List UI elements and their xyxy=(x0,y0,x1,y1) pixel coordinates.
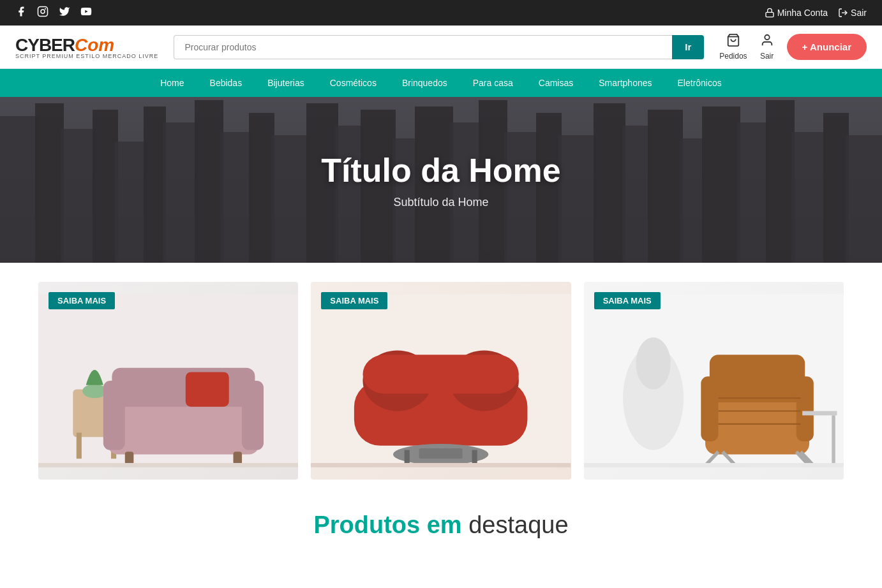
svg-point-45 xyxy=(82,384,107,398)
svg-rect-53 xyxy=(38,463,298,467)
svg-rect-52 xyxy=(233,452,242,464)
top-bar: Minha Conta Sair xyxy=(0,0,882,26)
nav-smartphones[interactable]: Smartphones xyxy=(586,69,664,97)
svg-rect-63 xyxy=(311,463,571,467)
minha-conta-link[interactable]: Minha Conta xyxy=(765,8,828,18)
featured-title: Produtos em destaque xyxy=(38,511,844,539)
featured-section: Produtos em destaque xyxy=(0,499,882,564)
nav-bebidas[interactable]: Bebidas xyxy=(197,69,255,97)
header: CYBERCom SCRIPT PREMIUM ESTILO MERCADO L… xyxy=(0,26,882,69)
sair-link[interactable]: Sair xyxy=(838,8,867,18)
search-area: Ir xyxy=(174,35,704,59)
pedidos-action[interactable]: Pedidos xyxy=(719,33,747,61)
sair-label: Sair xyxy=(851,8,867,18)
featured-title-prefix: Produtos em xyxy=(313,511,468,538)
svg-rect-78 xyxy=(802,411,837,416)
svg-rect-0 xyxy=(38,7,48,17)
svg-rect-49 xyxy=(242,381,264,450)
svg-point-1 xyxy=(41,10,45,13)
hero-section: Título da Home Subtítulo da Home xyxy=(0,97,882,263)
svg-rect-69 xyxy=(701,376,718,441)
svg-rect-58 xyxy=(363,355,519,393)
top-bar-right: Minha Conta Sair xyxy=(765,8,867,18)
banner-badge-3[interactable]: SAIBA MAIS xyxy=(594,292,661,309)
svg-rect-60 xyxy=(419,448,463,459)
sair-action[interactable]: Sair xyxy=(760,33,774,61)
sair-action-label: Sair xyxy=(760,52,774,61)
user-icon xyxy=(760,33,774,50)
logo[interactable]: CYBERCom SCRIPT PREMIUM ESTILO MERCADO L… xyxy=(15,35,158,59)
featured-title-suffix: destaque xyxy=(468,511,568,538)
svg-rect-50 xyxy=(186,372,229,406)
banner-card-2[interactable]: SAIBA MAIS xyxy=(311,282,571,480)
search-button[interactable]: Ir xyxy=(672,35,704,59)
nav-bijuterias[interactable]: Bijuterias xyxy=(255,69,317,97)
svg-rect-51 xyxy=(125,452,134,464)
logo-cyber: CYBER xyxy=(15,35,75,55)
svg-rect-68 xyxy=(710,355,805,402)
banner-card-1[interactable]: SAIBA MAIS xyxy=(38,282,298,480)
logo-com: Com xyxy=(75,35,114,55)
twitter-icon[interactable] xyxy=(59,6,70,20)
social-icons xyxy=(15,6,92,20)
instagram-icon[interactable] xyxy=(37,6,49,20)
search-input[interactable] xyxy=(174,35,672,59)
nav-brinquedos[interactable]: Brinquedos xyxy=(389,69,460,97)
nav-cosmeticos[interactable]: Cosméticos xyxy=(317,69,389,97)
svg-rect-80 xyxy=(584,463,844,467)
svg-point-2 xyxy=(45,9,46,10)
cart-icon xyxy=(726,33,740,50)
hero-subtitle: Subtítulo da Home xyxy=(321,196,561,209)
youtube-icon[interactable] xyxy=(80,6,92,20)
svg-rect-70 xyxy=(796,376,813,441)
svg-rect-79 xyxy=(832,415,835,463)
nav-eletronicos[interactable]: Eletrônicos xyxy=(665,69,735,97)
nav-para-casa[interactable]: Para casa xyxy=(460,69,526,97)
header-actions: Pedidos Sair + Anunciar xyxy=(719,33,867,61)
nav-home[interactable]: Home xyxy=(147,69,197,97)
svg-rect-43 xyxy=(77,432,82,459)
svg-point-66 xyxy=(636,337,670,389)
pedidos-label: Pedidos xyxy=(719,52,747,61)
banner-badge-2[interactable]: SAIBA MAIS xyxy=(321,292,387,309)
minha-conta-label: Minha Conta xyxy=(777,8,828,18)
announce-button[interactable]: + Anunciar xyxy=(787,34,867,60)
svg-rect-48 xyxy=(103,381,125,450)
hero-title: Título da Home xyxy=(321,151,561,189)
hero-content: Título da Home Subtítulo da Home xyxy=(321,151,561,209)
banner-badge-1[interactable]: SAIBA MAIS xyxy=(49,292,115,309)
banners-section: SAIBA MAIS xyxy=(0,263,882,499)
nav-bar: Home Bebidas Bijuterias Cosméticos Brinq… xyxy=(0,69,882,97)
nav-camisas[interactable]: Camisas xyxy=(526,69,586,97)
svg-rect-47 xyxy=(112,368,255,407)
facebook-icon[interactable] xyxy=(15,6,27,20)
svg-rect-4 xyxy=(766,12,774,17)
logo-sub: SCRIPT PREMIUM ESTILO MERCADO LIVRE xyxy=(15,53,158,59)
banner-card-3[interactable]: SAIBA MAIS xyxy=(584,282,844,480)
svg-point-7 xyxy=(765,35,769,40)
